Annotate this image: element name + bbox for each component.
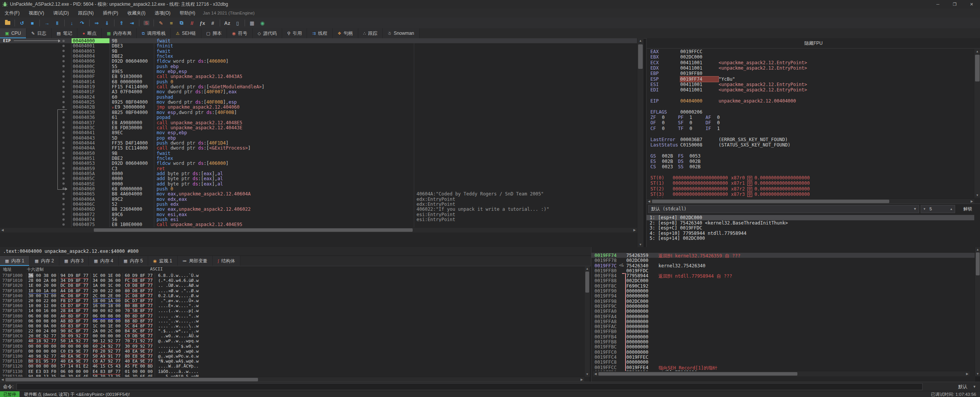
- tab-notes[interactable]: ▤笔记: [52, 28, 77, 38]
- breakpoints-button[interactable]: //: [187, 19, 197, 27]
- maximize-button[interactable]: ❐: [946, 0, 963, 8]
- tab-breakpoints[interactable]: ●断点: [77, 28, 102, 38]
- disasm-row[interactable]: 0040400FE8 91030000call unpackme_aspack2…: [0, 74, 637, 79]
- register-line[interactable]: LastStatusC0150008(STATUS_SXS_KEY_NOT_FO…: [647, 142, 974, 148]
- dump-row[interactable]: 778F109006 00 08 00A8 8D 8F 7706 00 08 0…: [0, 319, 590, 324]
- disasm-row[interactable]: 0040405A0000add byte ptr ds:[eax],al: [0, 171, 637, 176]
- disasm-row[interactable]: 00404006D92D 00604000fldcw word ptr ds:[…: [0, 59, 637, 63]
- tab-cpu[interactable]: ▣CPU: [0, 28, 26, 38]
- breakpoint-dot-icon[interactable]: [62, 50, 65, 52]
- tab-watch-1[interactable]: ◉监视 1: [148, 256, 178, 266]
- register-line[interactable]: OF0SF0DF0: [647, 120, 974, 125]
- tab-snowman[interactable]: ☃Snowman: [383, 28, 420, 38]
- breakpoint-dot-icon[interactable]: [62, 198, 65, 200]
- stack-hscrollbar[interactable]: ◀ ▶: [593, 371, 970, 376]
- stack-row[interactable]: 0019FF9C00000000: [591, 304, 975, 309]
- stack-row[interactable]: 0019FF8477958944返回到 ntdll.77958944 自 ???: [591, 273, 975, 278]
- hide-fpu-button[interactable]: 隐藏FPU: [647, 38, 980, 49]
- assembler-button[interactable]: Az: [222, 19, 232, 27]
- breakpoint-dot-icon[interactable]: [62, 65, 65, 67]
- tab-dump-4[interactable]: ▦内存 4: [89, 256, 118, 266]
- unlock-button[interactable]: 解锁: [955, 206, 980, 212]
- stack-row[interactable]: 0019FFB000000000: [591, 329, 975, 334]
- disasm-row[interactable]: 0040401468 00000000push 0: [0, 79, 637, 84]
- dump-row[interactable]: 778F10B022 00 24 0090 8C 8F 772A 00 2C 0…: [0, 329, 590, 334]
- disasm-row[interactable]: 00404051DBE2fnclex: [0, 156, 637, 161]
- stack-row[interactable]: 0019FF800019FFDC: [591, 268, 975, 273]
- open-file-button[interactable]: [2, 19, 13, 27]
- breakpoint-dot-icon[interactable]: [62, 75, 65, 78]
- breakpoint-dot-icon[interactable]: [62, 203, 65, 205]
- breakpoint-dot-icon[interactable]: [62, 101, 65, 103]
- register-line[interactable]: LastError000036B7(ERROR_SXS_KEY_NOT_FOUN…: [647, 137, 974, 142]
- dump-vscrollbar[interactable]: ▲ ▼: [584, 266, 590, 377]
- dump-row[interactable]: 778F103018 00 1A 00A4 D8 8F 7720 00 22 0…: [0, 288, 590, 293]
- register-line[interactable]: ECX00411001<unpackme_aspack2.12.EntryPoi…: [647, 60, 974, 65]
- disasm-row[interactable]: 004040509Bfwait: [0, 151, 637, 156]
- close-button[interactable]: ✕: [963, 0, 980, 8]
- disasm-row[interactable]: 0040404AFF15 EC114000call dword ptr ds:[…: [0, 145, 637, 150]
- registers-vscrollbar[interactable]: ▲ ▼: [974, 49, 980, 198]
- register-line[interactable]: GS002BFS0053: [647, 153, 974, 159]
- register-line[interactable]: EFLAGS00000206: [647, 109, 974, 115]
- disasm-row[interactable]: 00404004DBE2fnclex: [0, 54, 637, 59]
- register-line[interactable]: ES002BDS002B: [647, 159, 974, 164]
- spinner-up-icon[interactable]: ▲: [948, 207, 955, 211]
- stack-row[interactable]: 0019FFC800000000: [591, 360, 975, 364]
- argument-row[interactable]: 4: [esp+10] 77958944 ntdll.77958944: [647, 231, 974, 236]
- menu-item[interactable]: 视图(V): [24, 10, 49, 16]
- dump-hscrollbar[interactable]: ◀ ▶: [0, 377, 584, 382]
- disasm-row[interactable]: 00404059C3ret: [0, 166, 637, 171]
- register-line[interactable]: EDX00411001<unpackme_aspack2.12.EntryPoi…: [647, 65, 974, 71]
- disasm-row[interactable]: 0040402B∨E9 30000000jmp unpackme_aspack2…: [0, 104, 637, 109]
- scroll-thumb[interactable]: [638, 44, 643, 69]
- dump-row[interactable]: 778F100036 00 38 0094 D9 8F 771C 00 1E 0…: [0, 273, 590, 278]
- disasm-row[interactable]: 0040400C55push ebp: [0, 64, 637, 69]
- scroll-thumb[interactable]: [5, 378, 258, 381]
- register-line[interactable]: CF0TF0IF1: [647, 126, 974, 131]
- argument-row[interactable]: 1: [esp+4] 002DC000: [647, 215, 974, 220]
- dump-row[interactable]: 778F110040 98 92 7740 EA 9E 7750 A9 91 7…: [0, 354, 590, 359]
- tab-seh-chain[interactable]: ⚠SEH链: [171, 28, 201, 38]
- stack-row[interactable]: 0019FFB800000000: [591, 339, 975, 344]
- tab-log[interactable]: ✎日志: [26, 28, 52, 38]
- stack-row[interactable]: 0019FF9000000000: [591, 288, 975, 293]
- breakpoint-dot-icon[interactable]: [62, 86, 65, 88]
- calling-convention-select[interactable]: 默认 (stdcall) ▼: [648, 205, 919, 213]
- disasm-row[interactable]: 004040039Bfwait: [0, 49, 637, 54]
- disasm-row[interactable]: 00404053D92D 00604000fldcw word ptr ds:[…: [0, 161, 637, 166]
- disasm-row[interactable]: 004040308B25 0BF04000mov esp,dword ptr d…: [0, 110, 637, 115]
- step-over-button[interactable]: ↷: [77, 19, 87, 27]
- dump-row[interactable]: 778F1110B0 D1 95 7740 EA 9E 77C0 A7 92 7…: [0, 359, 590, 364]
- stack-row[interactable]: 0019FF7475426359返回到 kernel32.75426359 自 …: [591, 253, 975, 258]
- dump-row[interactable]: 778F108006 00 08 00A0 8D 8F 7706 00 08 0…: [0, 314, 590, 319]
- command-profile-select[interactable]: 默认 ▼: [923, 384, 980, 390]
- stack-row[interactable]: 0019FF78002DC000: [591, 258, 975, 263]
- step-into-button[interactable]: ↓: [67, 19, 77, 27]
- calculator-button[interactable]: ▦: [247, 19, 257, 27]
- stop-button[interactable]: ■: [27, 19, 38, 27]
- stack-row[interactable]: 0019FF8CF690C192: [591, 283, 975, 288]
- patches-button[interactable]: ✎: [156, 19, 166, 27]
- stack-row[interactable]: 0019FF88002DC000: [591, 278, 975, 283]
- breakpoint-dot-icon[interactable]: [62, 91, 65, 93]
- scroll-thumb[interactable]: [94, 228, 413, 232]
- argument-row[interactable]: 5: [esp+14] 002DC000: [647, 236, 974, 241]
- register-line[interactable]: ST(4)00000000000000000000x87r4空0.0000000…: [647, 197, 974, 198]
- functions-button[interactable]: ƒx: [197, 19, 207, 27]
- tab-call-stack[interactable]: ⧉调用堆栈: [137, 28, 171, 38]
- menu-item[interactable]: 调试(D): [49, 10, 74, 16]
- dump-row[interactable]: 778F106010 00 12 00C8 D7 8F 7716 00 18 0…: [0, 303, 590, 308]
- run-button[interactable]: →: [42, 19, 52, 27]
- dump-row[interactable]: 778F105020 00 22 00F8 D7 8F 7718 00 1A 0…: [0, 298, 590, 303]
- tab-dump-3[interactable]: ▦内存 3: [59, 256, 89, 266]
- dump-row[interactable]: 778F10D040 18 92 7750 1A 92 7790 12 92 7…: [0, 338, 590, 343]
- disasm-row[interactable]: 00404019FF15 F4114000call dword ptr ds:[…: [0, 84, 637, 89]
- register-line[interactable]: EDI00411001<unpackme_aspack2.12.EntryPoi…: [647, 87, 974, 93]
- disasm-row[interactable]: 004040009Bfwait: [0, 38, 637, 43]
- tab-dump-2[interactable]: ▦内存 2: [29, 256, 59, 266]
- dump-row[interactable]: 778F101028 00 2A 0034 D9 8F 7734 00 36 0…: [0, 278, 590, 283]
- run-until-return-button[interactable]: ⇒: [91, 19, 102, 27]
- tab-memory-map[interactable]: ▦内存布局: [102, 28, 137, 38]
- menu-item[interactable]: 帮助(H): [175, 10, 200, 16]
